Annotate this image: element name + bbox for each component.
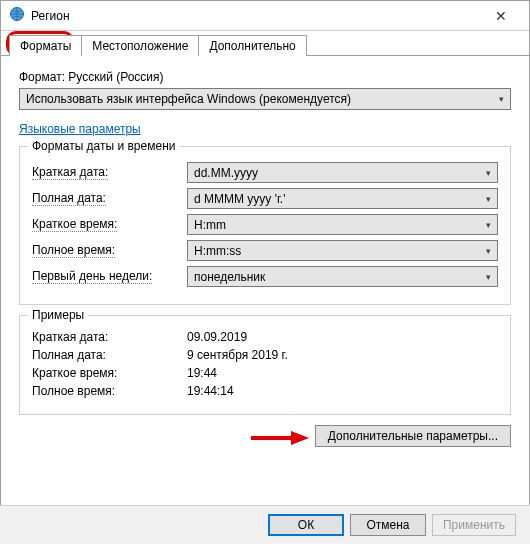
chevron-down-icon: ▾ [499, 94, 504, 104]
tab-formats[interactable]: Форматы [9, 35, 82, 56]
titlebar: Регион ✕ [1, 1, 529, 31]
short-date-label: Краткая дата: [32, 165, 108, 180]
apply-label: Применить [443, 518, 505, 532]
chevron-down-icon: ▾ [486, 168, 491, 178]
ex-short-time-value: 19:44 [187, 366, 217, 380]
long-time-value: H:mm:ss [194, 244, 241, 258]
tab-formats-label: Форматы [20, 39, 71, 53]
ex-long-time-value: 19:44:14 [187, 384, 234, 398]
dialog-footer: ОК Отмена Применить [0, 505, 530, 544]
advanced-settings-label: Дополнительные параметры... [328, 429, 498, 443]
short-date-combo[interactable]: dd.MM.yyyy▾ [187, 162, 498, 183]
examples-group: Примеры Краткая дата:09.09.2019 Полная д… [19, 315, 511, 415]
language-settings-link[interactable]: Языковые параметры [19, 122, 141, 136]
cancel-button[interactable]: Отмена [350, 514, 426, 536]
long-date-value: d MMMM yyyy 'г.' [194, 192, 286, 206]
globe-icon [9, 6, 25, 25]
close-button[interactable]: ✕ [481, 8, 521, 24]
short-date-value: dd.MM.yyyy [194, 166, 258, 180]
short-time-combo[interactable]: H:mm▾ [187, 214, 498, 235]
first-day-value: понедельник [194, 270, 265, 284]
format-label-text: Формат: [19, 70, 65, 84]
long-date-combo[interactable]: d MMMM yyyy 'г.'▾ [187, 188, 498, 209]
advanced-settings-button[interactable]: Дополнительные параметры... [315, 425, 511, 447]
format-dropdown[interactable]: Использовать язык интерфейса Windows (ре… [19, 88, 511, 110]
tab-location-label: Местоположение [92, 39, 188, 53]
first-day-label: Первый день недели: [32, 269, 152, 284]
tab-content: Формат: Русский (Россия) Использовать яз… [1, 56, 529, 457]
ex-short-time-label: Краткое время: [32, 366, 187, 380]
tab-strip: Форматы Местоположение Дополнительно [1, 31, 529, 56]
datetime-formats-group: Форматы даты и времени Краткая дата: dd.… [19, 146, 511, 305]
short-time-label: Краткое время: [32, 217, 117, 232]
format-label: Формат: Русский (Россия) [19, 70, 511, 84]
long-time-label: Полное время: [32, 243, 115, 258]
tab-additional[interactable]: Дополнительно [198, 35, 306, 56]
ok-button[interactable]: ОК [268, 514, 344, 536]
tab-additional-label: Дополнительно [209, 39, 295, 53]
ex-long-date-value: 9 сентября 2019 г. [187, 348, 288, 362]
arrow-annotation-icon [249, 429, 309, 450]
window-title: Регион [31, 9, 70, 23]
first-day-combo[interactable]: понедельник▾ [187, 266, 498, 287]
cancel-label: Отмена [366, 518, 409, 532]
format-dropdown-value: Использовать язык интерфейса Windows (ре… [26, 92, 351, 106]
long-time-combo[interactable]: H:mm:ss▾ [187, 240, 498, 261]
ex-short-date-value: 09.09.2019 [187, 330, 247, 344]
apply-button[interactable]: Применить [432, 514, 516, 536]
tab-location[interactable]: Местоположение [81, 35, 199, 56]
long-date-label: Полная дата: [32, 191, 106, 206]
ex-short-date-label: Краткая дата: [32, 330, 187, 344]
svg-marker-2 [291, 431, 309, 445]
format-current: Русский (Россия) [68, 70, 163, 84]
datetime-formats-title: Форматы даты и времени [28, 139, 179, 153]
language-settings-label: Языковые параметры [19, 122, 141, 136]
ex-long-date-label: Полная дата: [32, 348, 187, 362]
chevron-down-icon: ▾ [486, 272, 491, 282]
chevron-down-icon: ▾ [486, 194, 491, 204]
chevron-down-icon: ▾ [486, 246, 491, 256]
ok-label: ОК [298, 518, 314, 532]
chevron-down-icon: ▾ [486, 220, 491, 230]
ex-long-time-label: Полное время: [32, 384, 187, 398]
short-time-value: H:mm [194, 218, 226, 232]
examples-title: Примеры [28, 308, 88, 322]
